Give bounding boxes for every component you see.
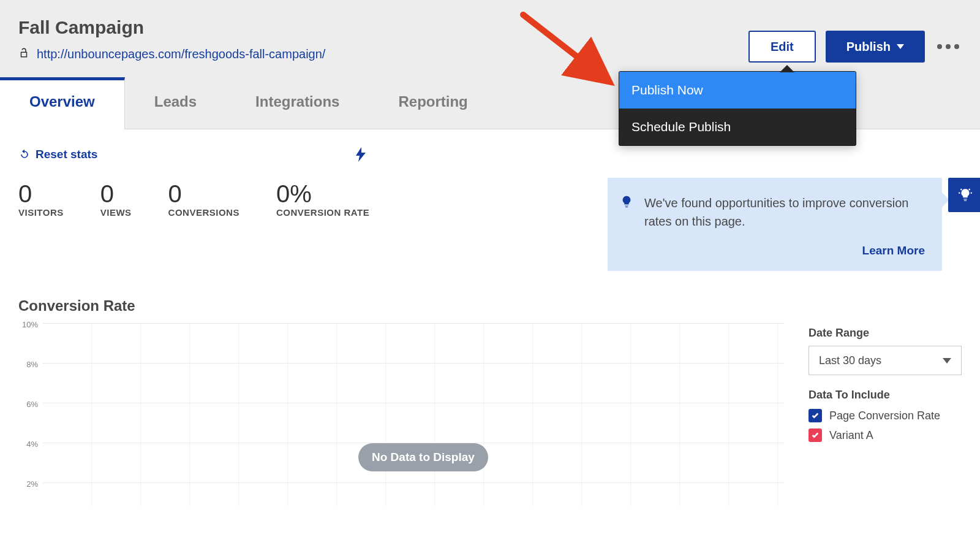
learn-more-link[interactable]: Learn More	[644, 244, 925, 257]
publish-button-label: Publish	[846, 40, 891, 54]
svg-line-3	[960, 189, 962, 190]
unlock-icon	[18, 47, 29, 61]
edit-button[interactable]: Edit	[748, 31, 816, 63]
lightbulb-icon	[620, 195, 633, 211]
bolt-icon	[356, 147, 366, 162]
checkbox-variant-a[interactable]	[809, 428, 822, 442]
date-range-select[interactable]: Last 30 days	[809, 346, 962, 375]
y-tick: 6%	[18, 400, 38, 409]
menu-item-publish-now[interactable]: Publish Now	[619, 72, 856, 109]
refresh-icon	[18, 148, 31, 161]
publish-dropdown: Publish Now Schedule Publish	[619, 71, 856, 146]
stat-views-value: 0	[100, 181, 132, 206]
page-title: Fall Campaign	[18, 17, 325, 38]
stat-conversions-value: 0	[168, 181, 239, 206]
menu-item-schedule-publish[interactable]: Schedule Publish	[619, 109, 856, 145]
stat-visitors-label: VISITORS	[18, 207, 64, 218]
include-option-label: Page Conversion Rate	[829, 409, 940, 422]
reset-stats-label: Reset stats	[36, 148, 97, 161]
more-menu-button[interactable]	[935, 40, 962, 53]
opportunity-notice: We've found opportunities to improve con…	[608, 178, 942, 271]
date-range-label: Date Range	[809, 327, 962, 340]
tab-overview[interactable]: Overview	[0, 77, 125, 129]
publish-button[interactable]: Publish	[826, 31, 925, 63]
stat-visitors-value: 0	[18, 181, 64, 206]
no-data-badge: No Data to Display	[358, 443, 488, 471]
lightbulb-icon	[957, 187, 973, 203]
insights-toggle-button[interactable]	[948, 178, 980, 212]
stat-views-label: VIEWS	[100, 207, 132, 218]
annotation-arrow-icon	[519, 11, 624, 91]
y-tick: 4%	[18, 440, 38, 449]
tab-leads[interactable]: Leads	[125, 77, 226, 129]
chart-title: Conversion Rate	[18, 297, 962, 314]
y-tick: 10%	[18, 320, 38, 329]
svg-line-0	[523, 15, 605, 78]
y-tick: 8%	[18, 360, 38, 369]
stat-rate-value: 0%	[276, 181, 369, 206]
caret-down-icon	[897, 44, 904, 49]
date-range-value: Last 30 days	[819, 354, 881, 367]
stat-rate-label: CONVERSION RATE	[276, 207, 369, 218]
y-tick: 2%	[18, 479, 38, 489]
checkbox-page-conversion[interactable]	[809, 409, 822, 422]
notice-text: We've found opportunities to improve con…	[644, 194, 925, 230]
page-url-link[interactable]: http://unbouncepages.com/freshgoods-fall…	[37, 47, 325, 61]
include-option-label: Variant A	[829, 429, 873, 442]
conversion-chart: 10% 8% 6% 4% 2% No Data to Display	[18, 323, 784, 507]
tab-integrations[interactable]: Integrations	[226, 77, 369, 129]
data-include-label: Data To Include	[809, 389, 962, 402]
svg-line-4	[969, 189, 970, 190]
caret-down-icon	[943, 358, 951, 364]
reset-stats-link[interactable]: Reset stats	[18, 148, 97, 161]
stat-conversions-label: CONVERSIONS	[168, 207, 239, 218]
tab-reporting[interactable]: Reporting	[369, 77, 497, 129]
